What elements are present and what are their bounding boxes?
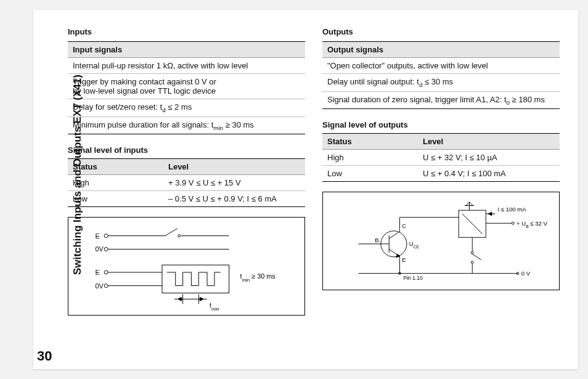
svg-line-35 [472,254,481,260]
svg-point-34 [471,251,473,254]
table-row: "Open collector" outputs, active with lo… [322,58,560,74]
label-0V: 0V [95,245,104,253]
label-E: E [95,232,99,240]
table-row: Minimum pulse duration for all signals: … [68,117,305,134]
outputs-heading: Outputs [322,27,560,36]
svg-point-11 [104,284,108,288]
label-0v: 0 V [521,271,531,277]
svg-point-5 [104,248,108,251]
svg-text:E: E [402,257,406,264]
svg-text:E: E [95,269,99,276]
col-status: Status [327,137,423,146]
signal-level-inputs-heading: Signal level of inputs [68,145,305,155]
sidebar-title: Switching Inputs and Outputs EXT (X41) [71,75,84,275]
label-pin: Pin 1.10 [403,275,423,281]
output-diagram: B C E UCE I ≤ 100 mA + UB ≤ 32 V Pin 1.1… [322,192,560,290]
svg-point-36 [471,261,473,264]
table-row: Signal duration of zero signal, trigger … [322,92,560,109]
table-header: Status Level [322,134,560,150]
svg-line-2 [165,229,178,236]
svg-point-8 [104,271,108,274]
label-tmin: tmin [210,301,219,312]
svg-text:UCE: UCE [409,240,420,248]
svg-point-3 [178,235,181,237]
inputs-heading: Inputs [68,27,305,36]
input-signals-table: Input signals Internal pull-up resistor … [68,41,305,134]
table-header: Status Level [68,159,305,175]
signal-level-outputs-table: Status Level High U ≤ + 32 V; I ≤ 10 µA … [322,133,560,182]
output-signals-header: Output signals [322,42,560,58]
col-level: Level [168,162,300,171]
table-row: Delay until signal output: td ≤ 30 ms [322,74,560,92]
svg-rect-13 [162,265,229,293]
label-I: I ≤ 100 mA [497,206,526,213]
svg-point-0 [104,234,108,238]
col-inputs: Inputs Input signals Internal pull-up re… [68,27,305,316]
svg-text:C: C [402,222,406,229]
svg-line-20 [389,232,399,238]
col-level: Level [423,137,555,146]
table-row: Delay for set/zero reset: td ≤ 2 ms [68,99,305,117]
table-row: Trigger by making contact against 0 V or… [68,74,305,99]
page-number: 30 [37,348,52,364]
svg-text:0V: 0V [95,282,104,290]
output-signals-table: Output signals "Open collector" outputs,… [322,41,560,109]
svg-point-31 [512,222,514,225]
signal-level-inputs-table: Status Level High + 3.9 V ≤ U ≤ + 15 V L… [68,158,305,207]
col-outputs: Outputs Output signals "Open collector" … [322,27,560,316]
input-signals-header: Input signals [68,42,305,58]
col-status: Status [73,162,168,171]
table-row: Low – 0.5 V ≤ U ≤ + 0.9 V; I ≤ 6 mA [68,191,305,206]
table-row: High U ≤ + 32 V; I ≤ 10 µA [322,150,560,166]
table-row: Low U ≤ + 0.4 V; I ≤ 100 mA [322,166,560,181]
table-row: High + 3.9 V ≤ U ≤ + 15 V [68,175,305,191]
table-row: Internal pull-up resistor 1 kΩ, active w… [68,58,305,74]
svg-text:B: B [375,237,378,243]
label-tmin-ge: tmin ≥ 30 ms [240,272,276,283]
svg-line-28 [462,214,483,234]
signal-level-outputs-heading: Signal level of outputs [322,120,560,129]
label-UB: + UB ≤ 32 V [517,220,547,229]
input-diagram: E 0V E 0V [68,217,305,316]
